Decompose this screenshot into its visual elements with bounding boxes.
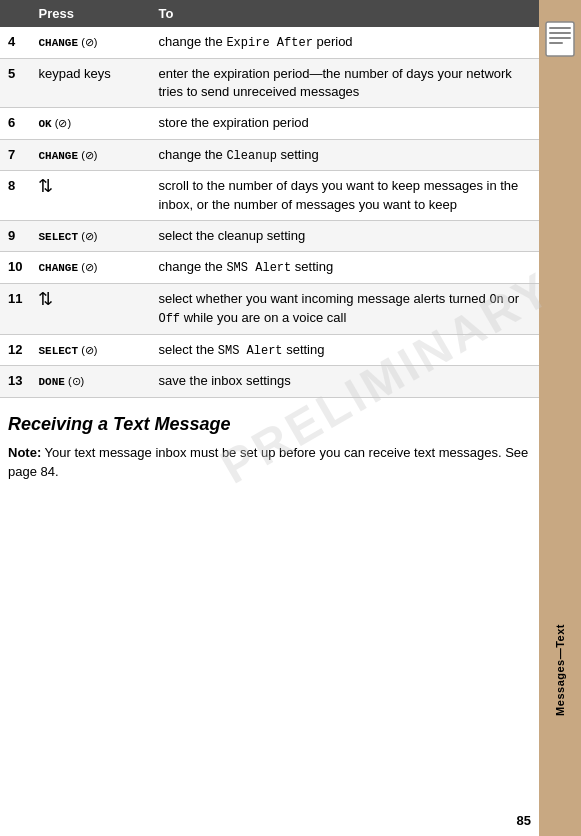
to-cell: enter the expiration period—the number o… xyxy=(150,58,539,107)
press-cell: ⇅ xyxy=(30,171,150,220)
to-cell: select the cleanup setting xyxy=(150,220,539,251)
instructions-table: Press To 4CHANGE (⊘)change the Expire Af… xyxy=(0,0,539,398)
table-row: 12SELECT (⊘)select the SMS Alert setting xyxy=(0,334,539,366)
press-cell: OK (⊘) xyxy=(30,108,150,139)
press-cell: CHANGE (⊘) xyxy=(30,27,150,58)
main-content: Press To 4CHANGE (⊘)change the Expire Af… xyxy=(0,0,539,836)
row-number: 12 xyxy=(0,334,30,366)
press-cell: CHANGE (⊘) xyxy=(30,252,150,284)
svg-rect-2 xyxy=(549,32,571,34)
to-cell: change the SMS Alert setting xyxy=(150,252,539,284)
note-label: Note: xyxy=(8,445,41,460)
note-text: Note: Your text message inbox must be se… xyxy=(0,439,539,490)
to-cell: change the Expire After period xyxy=(150,27,539,58)
to-cell: store the expiration period xyxy=(150,108,539,139)
table-row: 4CHANGE (⊘)change the Expire After perio… xyxy=(0,27,539,58)
to-cell: save the inbox settings xyxy=(150,366,539,397)
to-cell: change the Cleanup setting xyxy=(150,139,539,171)
section-heading: Receiving a Text Message xyxy=(0,398,539,439)
col-num-header xyxy=(0,0,30,27)
right-sidebar: Messages—Text xyxy=(539,0,581,836)
to-cell: select the SMS Alert setting xyxy=(150,334,539,366)
row-number: 4 xyxy=(0,27,30,58)
table-row: 5keypad keysenter the expiration period—… xyxy=(0,58,539,107)
sidebar-label: Messages—Text xyxy=(554,624,566,716)
row-number: 13 xyxy=(0,366,30,397)
to-cell: scroll to the number of days you want to… xyxy=(150,171,539,220)
page-number: 85 xyxy=(517,813,531,828)
row-number: 8 xyxy=(0,171,30,220)
row-number: 7 xyxy=(0,139,30,171)
table-row: 7CHANGE (⊘)change the Cleanup setting xyxy=(0,139,539,171)
press-cell: CHANGE (⊘) xyxy=(30,139,150,171)
svg-rect-1 xyxy=(549,27,571,29)
press-cell: ⇅ xyxy=(30,283,150,334)
press-cell: SELECT (⊘) xyxy=(30,220,150,251)
envelope-icon xyxy=(544,20,576,58)
col-press-header: Press xyxy=(30,0,150,27)
row-number: 11 xyxy=(0,283,30,334)
row-number: 10 xyxy=(0,252,30,284)
table-row: 11⇅select whether you want incoming mess… xyxy=(0,283,539,334)
row-number: 6 xyxy=(0,108,30,139)
table-row: 10CHANGE (⊘)change the SMS Alert setting xyxy=(0,252,539,284)
svg-rect-3 xyxy=(549,37,571,39)
press-cell: keypad keys xyxy=(30,58,150,107)
row-number: 9 xyxy=(0,220,30,251)
note-body: Your text message inbox must be set up b… xyxy=(8,445,528,480)
page-wrapper: Press To 4CHANGE (⊘)change the Expire Af… xyxy=(0,0,581,836)
col-to-header: To xyxy=(150,0,539,27)
press-cell: SELECT (⊘) xyxy=(30,334,150,366)
to-cell: select whether you want incoming message… xyxy=(150,283,539,334)
svg-rect-4 xyxy=(549,42,563,44)
table-row: 9SELECT (⊘)select the cleanup setting xyxy=(0,220,539,251)
row-number: 5 xyxy=(0,58,30,107)
table-row: 13DONE (⊙)save the inbox settings xyxy=(0,366,539,397)
table-row: 8⇅scroll to the number of days you want … xyxy=(0,171,539,220)
table-row: 6OK (⊘)store the expiration period xyxy=(0,108,539,139)
press-cell: DONE (⊙) xyxy=(30,366,150,397)
